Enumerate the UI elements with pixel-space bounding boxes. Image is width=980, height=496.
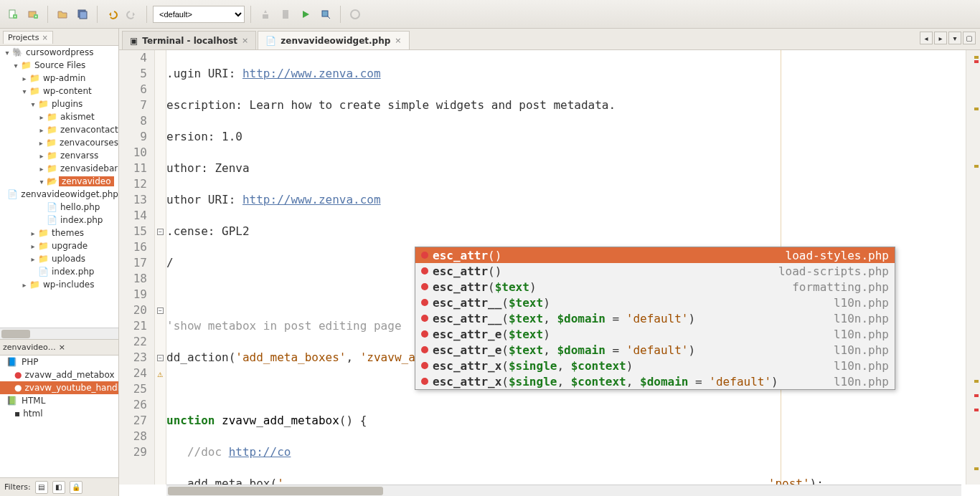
close-icon[interactable]: × <box>395 36 401 45</box>
tree-item[interactable]: zenvacontact <box>59 125 118 135</box>
nav-html-item[interactable]: ▪html <box>0 407 118 420</box>
editor-area: ▣ Terminal - localhost × 📄 zenvavideowid… <box>119 29 980 496</box>
new-file-button[interactable] <box>4 6 22 23</box>
line-gutter: 4567891011121314151617181920212223242526… <box>119 50 155 485</box>
completion-item[interactable]: esc_attr_x($single, $context, $domain = … <box>415 373 895 389</box>
tree-themes[interactable]: themes <box>50 228 84 238</box>
tree-wp-content[interactable]: wp-content <box>42 86 92 96</box>
open-button[interactable] <box>54 6 71 23</box>
projects-tab[interactable]: Projects × <box>3 31 53 44</box>
navigator-tab-label: zenvavideo… <box>3 343 56 352</box>
config-select[interactable]: <default> <box>153 6 245 23</box>
svg-rect-7 <box>322 11 328 16</box>
svg-point-8 <box>351 10 359 19</box>
tree-root[interactable]: cursowordpress <box>24 47 93 57</box>
overview-ruler[interactable] <box>966 50 980 485</box>
terminal-icon: ▣ <box>130 36 138 46</box>
tab-zenvavideowidget[interactable]: 📄 zenvavideowidget.php × <box>258 31 409 49</box>
projects-tab-label: Projects <box>8 33 39 42</box>
php-file-icon: 📄 <box>265 36 276 46</box>
tree-wp-includes[interactable]: wp-includes <box>42 280 95 290</box>
next-tab-button[interactable]: ▸ <box>934 32 947 44</box>
sidebar: Projects × ▾🐘cursowordpress ▾📁Source Fil… <box>0 29 119 496</box>
project-tree[interactable]: ▾🐘cursowordpress ▾📁Source Files ▸📁wp-adm… <box>0 46 118 340</box>
run-button[interactable] <box>297 6 314 23</box>
filters-label: Filters: <box>4 482 31 492</box>
clean-button[interactable] <box>277 6 294 23</box>
editor-tab-controls: ◂ ▸ ▾ ▢ <box>920 32 976 44</box>
nav-function-selected[interactable]: ●zvavw_youtube_handler <box>0 381 118 394</box>
tree-uploads[interactable]: uploads <box>50 254 85 264</box>
completion-item[interactable]: esc_attr__($text, $domain = 'default')l1… <box>415 310 895 326</box>
tree-file[interactable]: index.php <box>50 267 94 277</box>
tab-terminal-label: Terminal - localhost <box>142 36 237 46</box>
close-icon[interactable]: × <box>42 34 47 42</box>
tree-file[interactable]: zenvavideowidget.php <box>19 189 118 199</box>
svg-rect-6 <box>283 10 288 19</box>
code-editor[interactable]: 4567891011121314151617181920212223242526… <box>119 50 980 496</box>
debug-button[interactable] <box>317 6 334 23</box>
code-completion-popup[interactable]: esc_attr()load-styles.phpesc_attr()load-… <box>415 247 895 390</box>
new-project-button[interactable] <box>24 6 42 23</box>
sidebar-tabs: Projects × <box>0 29 118 46</box>
tree-item[interactable]: zenvacourses <box>58 138 118 148</box>
editor-tabs: ▣ Terminal - localhost × 📄 zenvavideowid… <box>119 29 980 50</box>
tree-file[interactable]: hello.php <box>59 202 100 212</box>
completion-item[interactable]: esc_attr_e($text, $domain = 'default')l1… <box>415 342 895 358</box>
completion-item[interactable]: esc_attr($text)formatting.php <box>415 279 895 295</box>
tree-hscroll[interactable] <box>0 328 118 339</box>
tab-file-label: zenvavideowidget.php <box>281 36 390 46</box>
tab-terminal[interactable]: ▣ Terminal - localhost × <box>122 31 256 49</box>
redo-button[interactable] <box>123 6 141 23</box>
profile-button[interactable] <box>347 6 364 23</box>
editor-hscroll[interactable] <box>166 485 961 496</box>
tree-file[interactable]: index.php <box>59 215 103 225</box>
tree-item[interactable]: zenvarss <box>59 151 98 161</box>
tree-item[interactable]: zenvasidebar <box>59 163 118 173</box>
navigator-tab[interactable]: zenvavideo… × <box>0 340 118 356</box>
completion-item[interactable]: esc_attr__($text)l10n.php <box>415 295 895 310</box>
undo-button[interactable] <box>103 6 121 23</box>
save-all-button[interactable] <box>74 6 91 23</box>
maximize-button[interactable]: ▢ <box>963 32 976 44</box>
close-icon[interactable]: × <box>59 343 65 352</box>
close-icon[interactable]: × <box>242 36 248 45</box>
filter-nonpublic-button[interactable]: 🔒 <box>70 481 83 494</box>
completion-item[interactable]: esc_attr_e($text)l10n.php <box>415 326 895 342</box>
tab-list-button[interactable]: ▾ <box>948 32 961 44</box>
nav-php-header[interactable]: 📘PHP <box>0 356 118 368</box>
tree-wp-admin[interactable]: wp-admin <box>42 73 85 83</box>
tree-upgrade[interactable]: upgrade <box>50 241 88 251</box>
tree-akismet[interactable]: akismet <box>59 112 95 122</box>
nav-function[interactable]: ●zvavw_add_metabox <box>0 368 118 381</box>
filter-static-button[interactable]: ◧ <box>52 481 65 494</box>
tree-zenvavideo[interactable]: zenvavideo <box>59 176 114 186</box>
main-toolbar: <default> <box>0 0 980 29</box>
navigator-panel: zenvavideo… × 📘PHP ●zvavw_add_metabox ●z… <box>0 340 118 477</box>
tree-source-files[interactable]: Source Files <box>33 60 85 70</box>
completion-item[interactable]: esc_attr()load-scripts.php <box>415 263 895 279</box>
fold-column[interactable]: −−−⚠ <box>155 50 166 485</box>
completion-item[interactable]: esc_attr_x($single, $context)l10n.php <box>415 358 895 373</box>
build-button[interactable] <box>257 6 274 23</box>
filter-bar: Filters: ▤ ◧ 🔒 <box>0 477 118 496</box>
completion-item[interactable]: esc_attr()load-styles.php <box>415 247 895 263</box>
svg-rect-5 <box>80 11 87 19</box>
nav-html-header[interactable]: 📗HTML <box>0 394 118 407</box>
prev-tab-button[interactable]: ◂ <box>920 32 933 44</box>
filter-fields-button[interactable]: ▤ <box>35 481 48 494</box>
tree-plugins[interactable]: plugins <box>50 99 83 109</box>
